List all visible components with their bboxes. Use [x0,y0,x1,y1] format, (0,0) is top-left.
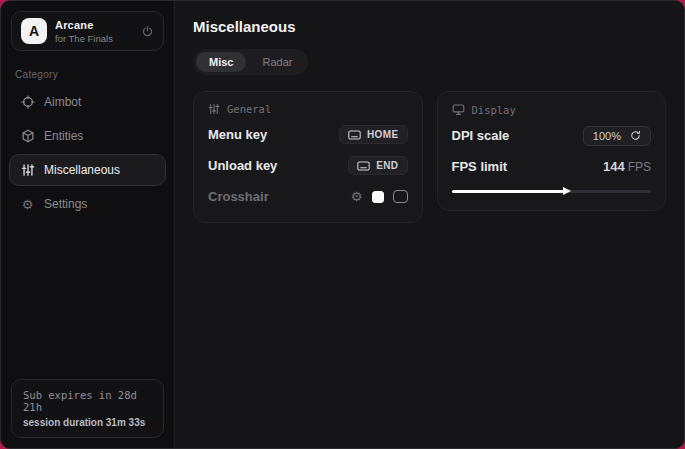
general-card-header: General [208,103,408,115]
sidebar-item-label: Settings [44,197,87,211]
entities-icon [20,129,35,143]
brand-subtitle: for The Finals [55,33,113,44]
fps-slider-fill [452,190,566,193]
crosshair-settings-gear-icon[interactable]: ⚙ [351,190,363,203]
fps-limit-row: FPS limit 144FPS [452,155,652,178]
dpi-scale-row: DPI scale 100% [452,124,652,147]
tab-misc[interactable]: Misc [196,52,246,72]
crosshair-icon [20,95,35,109]
unload-key-row: Unload key END [208,154,408,177]
brand-logo-letter: A [29,23,39,39]
brand-logo: A [21,18,47,44]
sliders-icon [20,163,35,177]
keyboard-icon [348,130,361,140]
display-card-title: Display [472,104,516,116]
fps-limit-label: FPS limit [452,159,508,174]
app-window: A Arcane for The Finals Category Aim [0,0,685,449]
display-card-header: Display [452,103,652,116]
brand-card: A Arcane for The Finals [11,11,164,51]
tabbar: Misc Radar [193,49,308,75]
dpi-scale-value: 100% [593,130,621,142]
fps-unit: FPS [628,160,651,174]
unload-key-button[interactable]: END [348,156,407,175]
fps-number: 144 [603,159,625,174]
sidebar-item-settings[interactable]: ⚙ Settings [9,188,166,220]
keyboard-icon [357,161,370,171]
subscription-card: Sub expires in 28d 21h session duration … [11,379,164,438]
sidebar-nav: Aimbot Entities Miscellaneous [1,86,174,220]
refresh-icon [630,130,641,141]
menu-key-label: Menu key [208,127,267,142]
page-title: Miscellaneous [193,18,666,35]
crosshair-row: Crosshair ⚙ [208,185,408,208]
subscription-expiry: Sub expires in 28d 21h [23,389,152,413]
sidebar-item-aimbot[interactable]: Aimbot [9,86,166,118]
crosshair-controls: ⚙ [351,190,408,203]
menu-key-button[interactable]: HOME [339,125,408,144]
crosshair-shape-toggle[interactable] [393,190,408,203]
unload-key-label: Unload key [208,158,277,173]
dpi-scale-button[interactable]: 100% [583,126,651,146]
cards-row: General Menu key HOME Unload key [193,91,666,223]
menu-key-value: HOME [367,129,399,140]
monitor-icon [452,103,465,116]
gear-icon: ⚙ [20,198,35,211]
sliders-icon [208,103,220,115]
sidebar-item-miscellaneous[interactable]: Miscellaneous [9,154,166,186]
sidebar-item-label: Entities [44,129,83,143]
general-card: General Menu key HOME Unload key [193,91,423,223]
crosshair-label: Crosshair [208,189,269,204]
power-icon[interactable] [141,25,154,38]
unload-key-value: END [376,160,398,171]
tab-radar[interactable]: Radar [249,52,305,72]
fps-slider[interactable] [452,186,652,196]
main-panel: Miscellaneous Misc Radar General Menu ke… [175,1,684,448]
fps-limit-value: 144FPS [603,159,651,174]
sidebar: A Arcane for The Finals Category Aim [1,1,175,448]
brand-text: Arcane for The Finals [55,19,113,44]
menu-key-row: Menu key HOME [208,123,408,146]
category-label: Category [15,69,160,80]
sidebar-item-label: Aimbot [44,95,81,109]
session-duration: session duration 31m 33s [23,417,152,428]
crosshair-color-swatch[interactable] [372,191,384,203]
brand-title: Arcane [55,19,113,31]
sidebar-item-entities[interactable]: Entities [9,120,166,152]
display-card: Display DPI scale 100% FPS limit [437,91,667,211]
fps-slider-thumb[interactable] [563,187,571,195]
dpi-scale-label: DPI scale [452,128,510,143]
general-card-title: General [227,103,271,115]
sidebar-item-label: Miscellaneous [44,163,120,177]
